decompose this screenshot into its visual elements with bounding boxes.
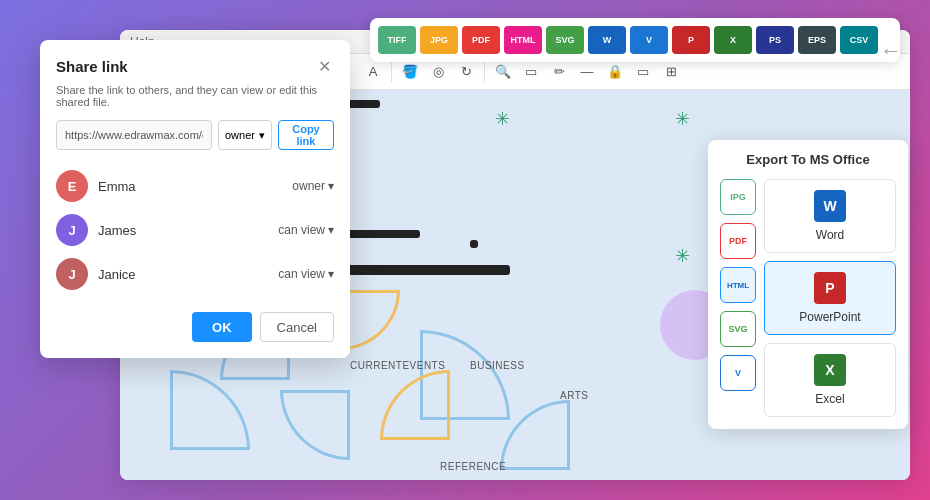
excel-label: Excel — [815, 392, 844, 406]
user-row-janice: J Janice can view ▾ — [56, 252, 334, 296]
user-role-label-janice: can view — [278, 267, 325, 281]
label-reference: REFERENCE — [440, 461, 506, 472]
arrow-indicator: ← — [880, 38, 902, 64]
avatar-emma: E — [56, 170, 88, 202]
word-icon: W — [814, 190, 846, 222]
toolbar-text3[interactable]: A — [361, 60, 385, 84]
toolbar-lock[interactable]: 🔒 — [603, 60, 627, 84]
dialog-subtitle: Share the link to others, and they can v… — [56, 84, 334, 108]
toolbar-grid2[interactable]: ⊞ — [659, 60, 683, 84]
ppt-label: PowerPoint — [799, 310, 860, 324]
user-name-janice: Janice — [98, 267, 268, 282]
small-item-pdf[interactable]: PDF — [720, 223, 756, 259]
export-item-word[interactable]: W Word — [764, 179, 896, 253]
small-item-svg[interactable]: SVG — [720, 311, 756, 347]
export-btn-eps[interactable]: EPS — [798, 26, 836, 54]
small-item-html[interactable]: HTML — [720, 267, 756, 303]
export-btn-html[interactable]: HTML — [504, 26, 542, 54]
user-role-emma[interactable]: owner ▾ — [292, 179, 334, 193]
label-arts: ARTS — [560, 390, 589, 401]
dialog-header: Share link ✕ — [56, 56, 334, 76]
link-permission-select[interactable]: owner ▾ — [218, 120, 272, 150]
small-item-v[interactable]: V — [720, 355, 756, 391]
avatar-james: J — [56, 214, 88, 246]
link-input[interactable] — [56, 120, 212, 150]
export-btn-pdf[interactable]: PDF — [462, 26, 500, 54]
starburst3: ✳ — [675, 245, 690, 267]
arc-gold2 — [380, 370, 450, 440]
export-btn-word[interactable]: W — [588, 26, 626, 54]
cancel-button[interactable]: Cancel — [260, 312, 334, 342]
export-panel-title: Export To MS Office — [720, 152, 896, 167]
chevron-down-icon-james: ▾ — [328, 223, 334, 237]
toolbar-lasso[interactable]: ◎ — [426, 60, 450, 84]
arc7 — [500, 400, 570, 470]
user-row-james: J James can view ▾ — [56, 208, 334, 252]
arc4 — [170, 370, 250, 450]
user-role-label-james: can view — [278, 223, 325, 237]
user-list: E Emma owner ▾ J James can view ▾ J Jani… — [56, 164, 334, 296]
dialog-actions: OK Cancel — [56, 312, 334, 342]
small-item-ipg[interactable]: IPG — [720, 179, 756, 215]
wall-corner — [470, 240, 478, 248]
link-row: owner ▾ Copy link — [56, 120, 334, 150]
ok-button[interactable]: OK — [192, 312, 252, 342]
toolbar-sep3 — [484, 62, 485, 82]
export-item-excel[interactable]: X Excel — [764, 343, 896, 417]
export-btn-v[interactable]: V — [630, 26, 668, 54]
export-btn-svg[interactable]: SVG — [546, 26, 584, 54]
ppt-icon: P — [814, 272, 846, 304]
chevron-down-icon: ▾ — [259, 129, 265, 142]
export-btn-ps[interactable]: PS — [756, 26, 794, 54]
user-name-james: James — [98, 223, 268, 238]
export-btn-tiff[interactable]: TIFF — [378, 26, 416, 54]
label-business: BUSINESS — [470, 360, 525, 371]
starburst1: ✳ — [495, 108, 510, 130]
arc5 — [280, 390, 350, 460]
share-dialog: Share link ✕ Share the link to others, a… — [40, 40, 350, 358]
starburst2: ✳ — [675, 108, 690, 130]
export-btn-ppt[interactable]: P — [672, 26, 710, 54]
avatar-janice: J — [56, 258, 88, 290]
dialog-close-button[interactable]: ✕ — [314, 56, 334, 76]
toolbar-dash[interactable]: — — [575, 60, 599, 84]
link-permission-label: owner — [225, 129, 255, 141]
user-name-emma: Emma — [98, 179, 282, 194]
toolbar-rect2[interactable]: ▭ — [519, 60, 543, 84]
toolbar-zoom[interactable]: 🔍 — [491, 60, 515, 84]
chevron-down-icon-emma: ▾ — [328, 179, 334, 193]
toolbar-img[interactable]: ▭ — [631, 60, 655, 84]
chevron-down-icon-janice: ▾ — [328, 267, 334, 281]
export-panel: Export To MS Office IPG PDF HTML SVG V W — [708, 140, 908, 429]
export-btn-csv[interactable]: CSV — [840, 26, 878, 54]
label-current-events: CURRENTEVENTS — [350, 360, 445, 371]
excel-icon: X — [814, 354, 846, 386]
user-row-emma: E Emma owner ▾ — [56, 164, 334, 208]
toolbar-rotate[interactable]: ↻ — [454, 60, 478, 84]
user-role-janice[interactable]: can view ▾ — [278, 267, 334, 281]
export-toolbar: TIFF JPG PDF HTML SVG W V P X PS EPS CSV — [370, 18, 900, 62]
dialog-title: Share link — [56, 58, 128, 75]
word-label: Word — [816, 228, 844, 242]
export-btn-excel[interactable]: X — [714, 26, 752, 54]
user-role-james[interactable]: can view ▾ — [278, 223, 334, 237]
export-item-powerpoint[interactable]: P PowerPoint — [764, 261, 896, 335]
toolbar-fill[interactable]: 🪣 — [398, 60, 422, 84]
toolbar-sep2 — [391, 62, 392, 82]
export-btn-jpg[interactable]: JPG — [420, 26, 458, 54]
user-role-label-emma: owner — [292, 179, 325, 193]
copy-link-button[interactable]: Copy link — [278, 120, 334, 150]
toolbar-pen[interactable]: ✏ — [547, 60, 571, 84]
